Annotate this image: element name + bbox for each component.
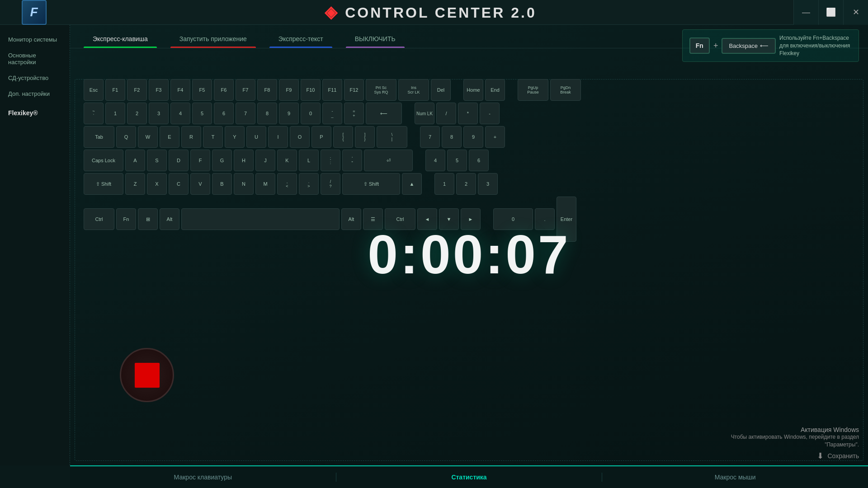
key-shift-r[interactable]: ⇧ Shift	[342, 173, 400, 195]
maximize-button[interactable]: ⬜	[818, 0, 843, 25]
key-q[interactable]: Q	[116, 126, 136, 148]
key-h[interactable]: H	[234, 150, 254, 171]
sidebar-item-basic-settings[interactable]: Основные настройки	[0, 47, 70, 70]
key-f3[interactable]: F3	[149, 79, 169, 101]
key-8[interactable]: 8	[257, 103, 277, 124]
key-0[interactable]: 0	[301, 103, 321, 124]
key-rbracket[interactable]: ]}	[355, 126, 375, 148]
key-ins[interactable]: InsScr LK	[398, 79, 429, 101]
key-num7[interactable]: 7	[420, 126, 440, 148]
key-esc[interactable]: Esc	[84, 79, 104, 101]
key-f8[interactable]: F8	[257, 79, 277, 101]
key-ctrl-l[interactable]: Ctrl	[84, 208, 114, 230]
key-s[interactable]: S	[147, 150, 167, 171]
key-p[interactable]: P	[311, 126, 331, 148]
key-i[interactable]: I	[268, 126, 288, 148]
key-num3[interactable]: 3	[478, 173, 498, 195]
key-6[interactable]: 6	[214, 103, 234, 124]
key-f7[interactable]: F7	[236, 79, 255, 101]
key-v[interactable]: V	[190, 173, 210, 195]
key-end[interactable]: End	[485, 79, 505, 101]
key-f12[interactable]: F12	[344, 79, 364, 101]
key-num1[interactable]: 1	[434, 173, 454, 195]
key-e[interactable]: E	[160, 126, 179, 148]
key-3[interactable]: 3	[149, 103, 169, 124]
bottom-tab-keyboard-macro[interactable]: Макрос клавиатуры	[70, 467, 336, 488]
key-pgdn[interactable]: PgDnBreak	[550, 79, 581, 101]
key-num-slash[interactable]: /	[436, 103, 456, 124]
sidebar-item-monitor[interactable]: Монитор системы	[0, 32, 70, 47]
key-4[interactable]: 4	[170, 103, 190, 124]
key-del[interactable]: Del	[431, 79, 451, 101]
key-backspace[interactable]: ⟵	[366, 103, 402, 124]
key-space[interactable]	[181, 208, 340, 230]
key-lbracket[interactable]: [{	[333, 126, 353, 148]
sidebar-item-cd-device[interactable]: СД-устройство	[0, 70, 70, 86]
key-a[interactable]: A	[125, 150, 145, 171]
key-y[interactable]: Y	[225, 126, 245, 148]
tab-disable[interactable]: ВЫКЛЮЧИТЬ	[346, 32, 405, 48]
key-7[interactable]: 7	[236, 103, 255, 124]
key-t[interactable]: T	[203, 126, 223, 148]
key-num-plus[interactable]: +	[485, 126, 505, 148]
key-f1[interactable]: F1	[105, 79, 125, 101]
sidebar-item-extra-settings[interactable]: Доп. настройки	[0, 86, 70, 102]
key-up[interactable]: ▲	[402, 173, 422, 195]
key-alt-r[interactable]: Alt	[341, 208, 361, 230]
key-capslock[interactable]: Caps Lock	[84, 150, 123, 171]
key-r[interactable]: R	[181, 126, 201, 148]
key-z[interactable]: Z	[125, 173, 145, 195]
key-tab[interactable]: Tab	[84, 126, 114, 148]
key-c[interactable]: C	[169, 173, 189, 195]
key-period[interactable]: .>	[299, 173, 319, 195]
key-tilde[interactable]: ~`	[84, 103, 104, 124]
key-num4[interactable]: 4	[425, 150, 445, 171]
save-button[interactable]: ⬇ Сохранить	[723, 451, 859, 461]
key-f2[interactable]: F2	[127, 79, 147, 101]
key-m[interactable]: M	[255, 173, 275, 195]
key-n[interactable]: N	[234, 173, 254, 195]
key-num9[interactable]: 9	[463, 126, 483, 148]
record-stop-button[interactable]	[120, 348, 174, 402]
key-num8[interactable]: 8	[442, 126, 462, 148]
tab-launch-app[interactable]: Запустить приложение	[170, 32, 256, 48]
key-home[interactable]: Home	[463, 79, 483, 101]
key-num2[interactable]: 2	[456, 173, 476, 195]
key-quote[interactable]: '"	[342, 150, 362, 171]
key-w[interactable]: W	[138, 126, 158, 148]
key-num-star[interactable]: *	[458, 103, 478, 124]
tab-express-text[interactable]: Экспресс-текст	[269, 32, 332, 48]
key-enter[interactable]: ⏎	[364, 150, 413, 171]
key-f[interactable]: F	[190, 150, 210, 171]
close-button[interactable]: ✕	[843, 0, 868, 25]
bottom-tab-statistics[interactable]: Статистика	[336, 467, 602, 488]
key-f4[interactable]: F4	[170, 79, 190, 101]
key-alt-l[interactable]: Alt	[160, 208, 179, 230]
key-backslash[interactable]: \|	[377, 126, 407, 148]
key-prtsc[interactable]: Prt ScSys RQ	[366, 79, 396, 101]
minimize-button[interactable]: —	[793, 0, 818, 25]
key-u[interactable]: U	[246, 126, 266, 148]
key-num-minus[interactable]: -	[480, 103, 500, 124]
key-num5[interactable]: 5	[447, 150, 467, 171]
key-comma[interactable]: ,<	[277, 173, 297, 195]
key-f9[interactable]: F9	[279, 79, 299, 101]
key-f5[interactable]: F5	[192, 79, 212, 101]
key-b[interactable]: B	[212, 173, 232, 195]
key-5[interactable]: 5	[192, 103, 212, 124]
key-fn[interactable]: Fn	[116, 208, 136, 230]
key-j[interactable]: J	[255, 150, 275, 171]
key-9[interactable]: 9	[279, 103, 299, 124]
key-minus[interactable]: -_	[322, 103, 342, 124]
key-f6[interactable]: F6	[214, 79, 234, 101]
bottom-tab-mouse-macro[interactable]: Макрос мыши	[602, 467, 868, 488]
key-win[interactable]: ⊞	[138, 208, 158, 230]
key-f11[interactable]: F11	[322, 79, 342, 101]
key-semicolon[interactable]: ;:	[321, 150, 340, 171]
tab-express-key[interactable]: Экспресс-клавиша	[84, 32, 157, 48]
key-pgup[interactable]: PgUpPause	[518, 79, 548, 101]
key-2[interactable]: 2	[127, 103, 147, 124]
key-k[interactable]: K	[277, 150, 297, 171]
key-equals[interactable]: =+	[344, 103, 364, 124]
key-shift-l[interactable]: ⇧ Shift	[84, 173, 123, 195]
